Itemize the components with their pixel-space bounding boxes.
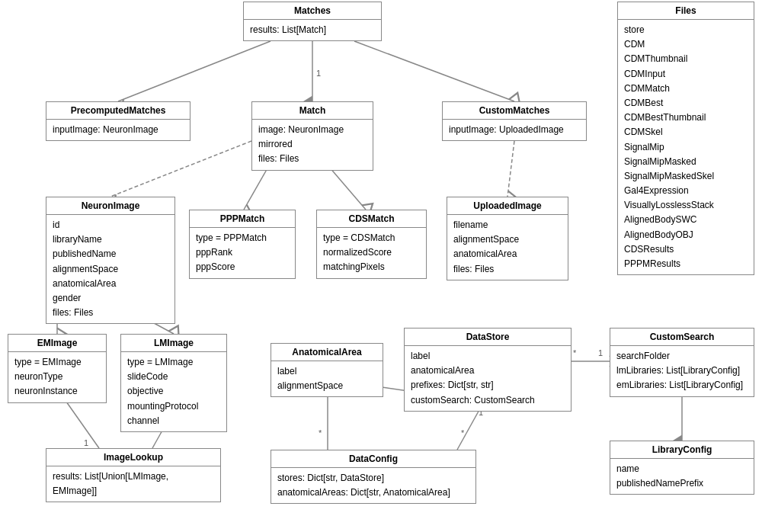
cds-f1: normalizedScore <box>323 245 420 260</box>
diagram-container: 1 * 1 * * * <box>0 0 762 532</box>
box-library-config: LibraryConfig name publishedNamePrefix <box>610 441 754 495</box>
box-files: Files store CDM CDMThumbnail CDMInput CD… <box>617 2 754 275</box>
uploaded-f3: files: Files <box>453 262 562 277</box>
files-f12: VisuallyLosslessStack <box>624 198 748 213</box>
box-neuron-body: id libraryName publishedName alignmentSp… <box>46 215 174 323</box>
box-em-body: type = EMImage neuronType neuronInstance <box>8 352 106 402</box>
files-f15: CDSResults <box>624 242 748 257</box>
files-f5: CDMBest <box>624 96 748 111</box>
box-lookup-title: ImageLookup <box>46 449 220 466</box>
box-dataconfig: DataConfig stores: Dict[str, DataStore] … <box>271 450 476 504</box>
match-f2: files: Files <box>258 152 367 166</box>
files-f2: CDMThumbnail <box>624 52 748 66</box>
uploaded-f1: alignmentSpace <box>453 232 562 247</box>
box-custom-search: CustomSearch searchFolder lmLibraries: L… <box>610 328 754 397</box>
box-lm-image: LMImage type = LMImage slideCode objecti… <box>120 334 227 432</box>
matches-field-0: results: List[Match] <box>250 23 375 37</box>
box-match-body: image: NeuronImage mirrored files: Files <box>252 120 373 170</box>
box-cds-body: type = CDSMatch normalizedScore matching… <box>317 228 426 278</box>
files-f6: CDMBestThumbnail <box>624 111 748 125</box>
box-anatomical-title: AnatomicalArea <box>271 344 383 361</box>
box-custom-search-body: searchFolder lmLibraries: List[LibraryCo… <box>610 346 754 396</box>
uploaded-f0: filename <box>453 218 562 232</box>
box-files-title: Files <box>618 2 754 20</box>
box-dataconfig-body: stores: Dict[str, DataStore] anatomicalA… <box>271 468 475 503</box>
ds-f0: label <box>411 349 565 364</box>
cs-f2: emLibraries: List[LibraryConfig] <box>616 378 748 393</box>
box-em-image: EMImage type = EMImage neuronType neuron… <box>8 334 107 403</box>
files-f3: CDMInput <box>624 67 748 82</box>
box-neuron-image: NeuronImage id libraryName publishedName… <box>46 197 175 324</box>
box-precomputed: PrecomputedMatches inputImage: NeuronIma… <box>46 101 190 141</box>
box-ppp-match: PPPMatch type = PPPMatch pppRank pppScor… <box>189 210 296 279</box>
box-match: Match image: NeuronImage mirrored files:… <box>251 101 373 171</box>
dc-f1: anatomicalAreas: Dict[str, AnatomicalAre… <box>277 486 469 500</box>
lm-f0: type = LMImage <box>127 355 220 370</box>
cds-f2: matchingPixels <box>323 260 420 274</box>
box-match-title: Match <box>252 102 373 120</box>
ds-f2: prefixes: Dict[str, str] <box>411 378 565 393</box>
box-cds-match: CDSMatch type = CDSMatch normalizedScore… <box>316 210 427 279</box>
svg-line-4 <box>507 141 514 197</box>
box-em-title: EMImage <box>8 335 106 352</box>
box-precomputed-title: PrecomputedMatches <box>46 102 190 120</box>
ds-f1: anatomicalArea <box>411 364 565 378</box>
precomputed-f0: inputImage: NeuronImage <box>53 123 184 137</box>
ppp-f0: type = PPPMatch <box>196 231 289 245</box>
svg-text:1: 1 <box>84 438 88 447</box>
box-library-title: LibraryConfig <box>610 441 754 459</box>
ds-f3: customSearch: CustomSearch <box>411 393 565 408</box>
box-lm-title: LMImage <box>121 335 226 352</box>
neuron-f5: gender <box>53 291 168 306</box>
anat-f1: alignmentSpace <box>277 379 376 393</box>
box-precomputed-body: inputImage: NeuronImage <box>46 120 190 140</box>
box-ppp-body: type = PPPMatch pppRank pppScore <box>190 228 295 278</box>
box-library-body: name publishedNamePrefix <box>610 459 754 494</box>
box-dataconfig-title: DataConfig <box>271 450 475 468</box>
box-custom-matches: CustomMatches inputImage: UploadedImage <box>442 101 587 141</box>
neuron-f1: libraryName <box>53 232 168 247</box>
files-f11: Gal4Expression <box>624 184 748 198</box>
box-uploaded-image: UploadedImage filename alignmentSpace an… <box>447 197 568 280</box>
svg-text:*: * <box>319 428 322 437</box>
svg-text:1: 1 <box>316 69 321 78</box>
box-uploaded-title: UploadedImage <box>447 197 568 215</box>
box-datastore: DataStore label anatomicalArea prefixes:… <box>404 328 572 412</box>
lm-f3: mountingProtocol <box>127 399 220 414</box>
files-f10: SignalMipMaskedSkel <box>624 169 748 184</box>
box-custom-search-title: CustomSearch <box>610 328 754 346</box>
match-f0: image: NeuronImage <box>258 123 367 137</box>
lm-f1: slideCode <box>127 370 220 384</box>
files-f0: store <box>624 23 748 37</box>
anat-f0: label <box>277 364 376 379</box>
box-anatomical-body: label alignmentSpace <box>271 361 383 396</box>
box-files-body: store CDM CDMThumbnail CDMInput CDMMatch… <box>618 20 754 274</box>
ppp-f1: pppRank <box>196 245 289 260</box>
dc-f0: stores: Dict[str, DataStore] <box>277 471 469 486</box>
box-matches-body: results: List[Match] <box>244 20 381 40</box>
box-custom-matches-title: CustomMatches <box>443 102 586 120</box>
box-ppp-title: PPPMatch <box>190 210 295 228</box>
box-anatomical: AnatomicalArea label alignmentSpace <box>271 343 383 397</box>
files-f4: CDMMatch <box>624 82 748 96</box>
neuron-f4: anatomicalArea <box>53 277 168 291</box>
svg-text:1: 1 <box>598 348 603 357</box>
uploaded-f2: anatomicalArea <box>453 247 562 261</box>
cs-f1: lmLibraries: List[LibraryConfig] <box>616 364 748 378</box>
ppp-f2: pppScore <box>196 260 289 274</box>
em-f1: neuronType <box>14 370 100 384</box>
box-matches-title: Matches <box>244 2 381 20</box>
svg-text:*: * <box>461 428 465 437</box>
lc-f1: publishedNamePrefix <box>616 476 748 491</box>
cs-f0: searchFolder <box>616 349 748 364</box>
box-image-lookup: ImageLookup results: List[Union[LMImage,… <box>46 448 221 502</box>
files-f8: SignalMip <box>624 140 748 155</box>
files-f14: AlignedBodyOBJ <box>624 228 748 242</box>
lm-f2: objective <box>127 384 220 399</box>
files-f9: SignalMipMasked <box>624 155 748 169</box>
box-uploaded-body: filename alignmentSpace anatomicalArea f… <box>447 215 568 280</box>
files-f7: CDMSkel <box>624 125 748 139</box>
lm-f4: channel <box>127 414 220 428</box>
box-matches: Matches results: List[Match] <box>243 2 382 41</box>
box-cds-title: CDSMatch <box>317 210 426 228</box>
